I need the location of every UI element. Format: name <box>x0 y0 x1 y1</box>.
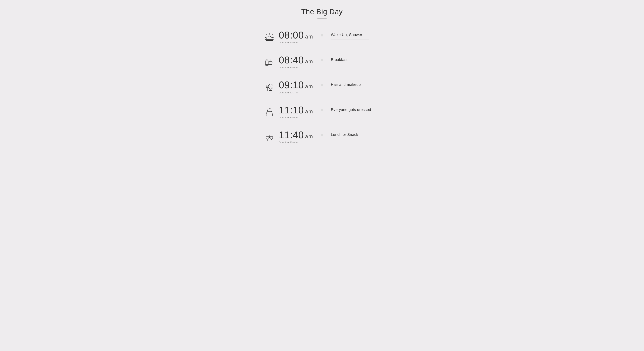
left-side: 11:40 am Duration 20 min <box>237 130 321 144</box>
right-side: Lunch or Snack <box>323 130 407 139</box>
time-ampm: am <box>305 58 313 65</box>
timeline-item-lunch: 11:40 am Duration 20 min Lunch or Snack <box>237 130 407 144</box>
event-name: Lunch or Snack <box>331 132 407 137</box>
dress-icon <box>264 106 275 118</box>
timeline-dot <box>321 134 323 136</box>
time-ampm: am <box>305 84 313 90</box>
timeline-item-hair-makeup: 09:10 am Duration 120 min Hair and makeu… <box>237 80 407 94</box>
right-side: Hair and makeup <box>323 80 407 89</box>
sunrise-icon <box>264 32 275 43</box>
time-area: 08:00 am Duration 40 min <box>279 30 313 44</box>
breakfast-icon <box>264 56 275 68</box>
svg-line-1 <box>272 34 272 35</box>
svg-rect-11 <box>266 87 268 91</box>
event-name: Hair and makeup <box>331 82 407 87</box>
duration-text: Duration 30 min <box>279 66 298 69</box>
title-divider <box>317 18 327 19</box>
time-display: 11:40 am <box>279 130 313 140</box>
time-main: 09:10 <box>279 80 304 90</box>
duration-text: Duration 30 min <box>279 116 298 119</box>
svg-line-16 <box>270 86 272 88</box>
event-divider <box>331 39 368 40</box>
time-ampm: am <box>305 108 313 115</box>
makeup-icon <box>264 82 275 93</box>
food-icon <box>264 131 275 143</box>
event-name: Everyone gets dressed <box>331 108 407 112</box>
timeline-dot <box>321 84 323 86</box>
svg-marker-8 <box>266 60 268 61</box>
duration-text: Duration 40 min <box>279 41 298 44</box>
time-area: 08:40 am Duration 30 min <box>279 55 313 69</box>
timeline-dot <box>321 34 323 36</box>
time-main: 08:40 <box>279 55 304 65</box>
time-display: 11:10 am <box>279 105 313 115</box>
svg-line-3 <box>266 34 267 35</box>
svg-rect-7 <box>266 61 268 66</box>
time-area: 11:40 am Duration 20 min <box>279 130 313 144</box>
time-area: 09:10 am Duration 120 min <box>279 80 313 94</box>
page-title: The Big Day <box>301 8 343 16</box>
duration-text: Duration 120 min <box>279 91 299 94</box>
event-divider <box>331 89 368 89</box>
event-divider <box>331 139 368 139</box>
timeline-container: 08:00 am Duration 40 min Wake Up, Shower <box>237 30 407 155</box>
time-ampm: am <box>305 134 313 140</box>
time-main: 11:40 <box>279 130 304 140</box>
timeline-item-wake-up: 08:00 am Duration 40 min Wake Up, Shower <box>237 30 407 44</box>
svg-point-24 <box>270 138 271 138</box>
timeline-item-dressed: 11:10 am Duration 30 min Everyone gets d… <box>237 105 407 119</box>
timeline-dot <box>321 59 323 61</box>
duration-text: Duration 20 min <box>279 141 298 144</box>
svg-point-22 <box>268 138 269 138</box>
event-name: Wake Up, Shower <box>331 33 407 37</box>
svg-rect-9 <box>269 62 272 64</box>
time-main: 08:00 <box>279 30 304 40</box>
right-side: Breakfast <box>323 55 407 64</box>
time-display: 09:10 am <box>279 80 313 90</box>
right-side: Wake Up, Shower <box>323 30 407 40</box>
time-display: 08:40 am <box>279 55 313 65</box>
left-side: 11:10 am Duration 30 min <box>237 105 321 119</box>
event-name: Breakfast <box>331 58 407 62</box>
left-side: 09:10 am Duration 120 min <box>237 80 321 94</box>
time-area: 11:10 am Duration 30 min <box>279 105 313 119</box>
right-side: Everyone gets dressed <box>323 105 407 114</box>
timeline-dot <box>321 109 323 111</box>
time-main: 11:10 <box>279 105 304 115</box>
svg-point-23 <box>269 138 270 138</box>
left-side: 08:40 am Duration 30 min <box>237 55 321 69</box>
time-display: 08:00 am <box>279 30 313 40</box>
left-side: 08:00 am Duration 40 min <box>237 30 321 44</box>
time-ampm: am <box>305 34 313 40</box>
timeline-item-breakfast: 08:40 am Duration 30 min Breakfast <box>237 55 407 69</box>
